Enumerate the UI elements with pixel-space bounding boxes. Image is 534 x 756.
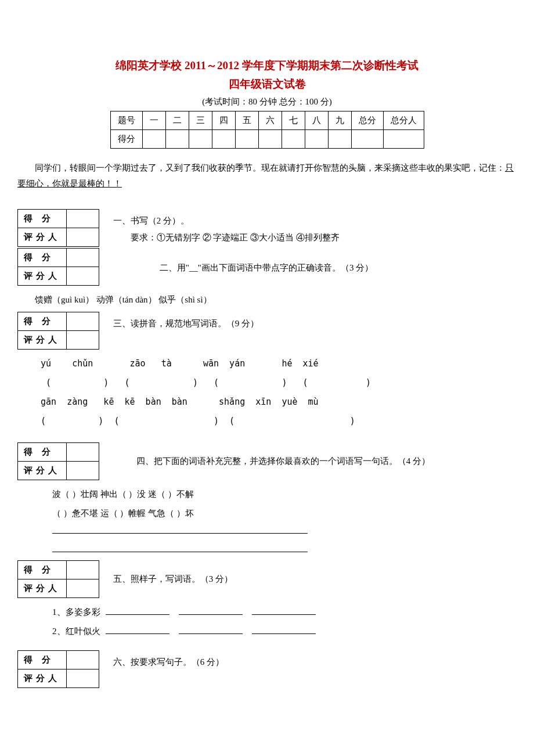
fill-blank <box>252 607 316 615</box>
td-blank <box>142 130 165 149</box>
score-label: 得 分 <box>18 249 67 267</box>
score-label: 得 分 <box>18 210 67 228</box>
th-6: 六 <box>258 111 282 130</box>
section-3-text: 三、读拼音，规范地写词语。（9 分） <box>102 312 259 332</box>
grader-label: 评分人 <box>18 267 67 286</box>
grader-label: 评分人 <box>18 462 67 480</box>
th-9: 九 <box>328 111 351 130</box>
q3-line1: yú chǔn zāo tà wān yán hé xié <box>17 354 517 373</box>
exam-time-info: (考试时间：80 分钟 总分：100 分) <box>17 96 517 107</box>
grade-box: 得 分 评分人 <box>17 209 99 247</box>
q4-title: 四、把下面的词语补充完整，并选择你最喜欢的一个词语写一句话。（4 分） <box>136 446 430 470</box>
td-blank <box>212 130 235 149</box>
score-label: 得 分 <box>18 561 67 579</box>
section-2-text: 二、用"__"画出下面词语中带点字的正确读音。（3 分） <box>102 248 374 276</box>
grader-label: 评分人 <box>18 228 67 247</box>
q3-line2: ( ) ( ) ( ) ( ) <box>17 373 517 393</box>
grader-blank <box>67 579 99 598</box>
th-2: 二 <box>165 111 189 130</box>
fill-blank <box>179 626 243 634</box>
exam-title-line1: 绵阳英才学校 2011～2012 学年度下学期期末第二次诊断性考试 <box>17 58 517 73</box>
score-blank <box>67 249 99 267</box>
grade-box: 得 分 评分人 <box>17 442 99 480</box>
write-line-blank <box>52 523 308 534</box>
td-blank <box>328 130 351 149</box>
intro-text-1: 同学们，转眼间一个学期过去了，又到了我们收获的季节。现在就请打开你智慧的头脑，来… <box>35 163 505 172</box>
th-1: 一 <box>142 111 165 130</box>
table-row: 题号 一 二 三 四 五 六 七 八 九 总分 总分人 <box>110 111 424 130</box>
score-blank <box>67 561 99 579</box>
grader-blank <box>67 228 99 247</box>
th-total: 总分 <box>351 111 383 130</box>
th-5: 五 <box>235 111 258 130</box>
td-score-label: 得分 <box>110 130 142 149</box>
section-2: 得 分 评分人 二、用"__"画出下面词语中带点字的正确读音。（3 分） <box>17 248 517 286</box>
section-5: 得 分 评分人 五、照样子，写词语。（3 分） <box>17 560 517 598</box>
fill-blank <box>106 607 169 615</box>
td-blank <box>351 130 383 149</box>
grader-blank <box>67 331 99 350</box>
table-row: 得分 <box>110 130 424 149</box>
section-5-text: 五、照样子，写词语。（3 分） <box>102 560 233 588</box>
td-blank <box>282 130 305 149</box>
exam-title-line2: 四年级语文试卷 <box>17 77 517 92</box>
q5-item1: 1、多姿多彩 <box>52 607 100 617</box>
grader-label: 评分人 <box>18 331 67 350</box>
intro-paragraph: 同学们，转眼间一个学期过去了，又到了我们收获的季节。现在就请打开你智慧的头脑，来… <box>17 160 517 192</box>
q4-line1: 波（ ）壮阔 神出（ ）没 迷（ ）不解 <box>17 485 517 504</box>
td-blank <box>189 130 212 149</box>
td-blank <box>305 130 328 149</box>
q3-title: 三、读拼音，规范地写词语。（9 分） <box>113 315 259 332</box>
score-summary-table: 题号 一 二 三 四 五 六 七 八 九 总分 总分人 得分 <box>110 111 424 149</box>
grader-blank <box>67 267 99 286</box>
q5-item2: 2、红叶似火 <box>52 627 100 636</box>
fill-blank <box>252 626 316 634</box>
section-4-text: 四、把下面的词语补充完整，并选择你最喜欢的一个词语写一句话。（4 分） <box>102 442 430 470</box>
td-blank <box>258 130 282 149</box>
grade-box: 得 分 评分人 <box>17 312 99 350</box>
fill-blank <box>106 626 169 634</box>
td-blank <box>235 130 258 149</box>
section-6-text: 六、按要求写句子。（6 分） <box>102 650 224 671</box>
q6-title: 六、按要求写句子。（6 分） <box>113 654 224 671</box>
score-label: 得 分 <box>18 651 67 669</box>
score-blank <box>67 210 99 228</box>
th-3: 三 <box>189 111 212 130</box>
fill-blank <box>179 607 243 615</box>
td-blank <box>165 130 189 149</box>
grader-label: 评分人 <box>18 669 67 688</box>
th-7: 七 <box>282 111 305 130</box>
q3-line4: ( ) ( ) ( ) <box>17 412 517 431</box>
grader-label: 评分人 <box>18 579 67 598</box>
section-6: 得 分 评分人 六、按要求写句子。（6 分） <box>17 650 517 688</box>
q5-item2-row: 2、红叶似火 <box>17 622 517 641</box>
section-1: 得 分 评分人 一、书写（2 分）。 要求：①无错别字 ② 字迹端正 ③大小适当… <box>17 209 517 247</box>
th-totalby: 总分人 <box>383 111 424 130</box>
q2-content: 馈赠（guì kuì） 动弹（tán dàn） 似乎（shì sì） <box>17 290 517 309</box>
q4-line2: （ ）惫不堪 运（ ）帷幄 气急（ ）坏 <box>17 504 517 523</box>
q5-item1-row: 1、多姿多彩 <box>17 603 517 622</box>
q2-title: 二、用"__"画出下面词语中带点字的正确读音。（3 分） <box>160 251 374 276</box>
grader-blank <box>67 462 99 480</box>
grader-blank <box>67 669 99 688</box>
grade-box: 得 分 评分人 <box>17 560 99 598</box>
write-line-blank <box>52 542 308 552</box>
q5-title: 五、照样子，写词语。（3 分） <box>113 564 233 588</box>
section-1-text: 一、书写（2 分）。 要求：①无错别字 ② 字迹端正 ③大小适当 ④排列整齐 <box>102 209 340 246</box>
q3-line3: gān zàng kē kē bàn bàn shǎng xīn yuè mù <box>17 393 517 412</box>
q1-requirement: 要求：①无错别字 ② 字迹端正 ③大小适当 ④排列整齐 <box>113 229 340 246</box>
score-label: 得 分 <box>18 312 67 331</box>
th-number: 题号 <box>110 111 142 130</box>
q1-title: 一、书写（2 分）。 <box>113 213 340 229</box>
section-3: 得 分 评分人 三、读拼音，规范地写词语。（9 分） <box>17 312 517 350</box>
td-blank <box>383 130 424 149</box>
th-4: 四 <box>212 111 235 130</box>
th-8: 八 <box>305 111 328 130</box>
score-blank <box>67 312 99 331</box>
grade-box: 得 分 评分人 <box>17 248 99 286</box>
score-blank <box>67 651 99 669</box>
section-4: 得 分 评分人 四、把下面的词语补充完整，并选择你最喜欢的一个词语写一句话。（4… <box>17 442 517 480</box>
score-label: 得 分 <box>18 443 67 462</box>
score-blank <box>67 443 99 462</box>
grade-box: 得 分 评分人 <box>17 650 99 688</box>
